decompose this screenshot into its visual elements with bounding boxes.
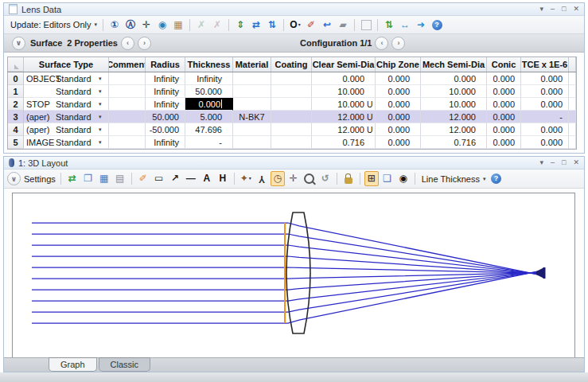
print-icon[interactable]: ▤	[113, 171, 127, 186]
properties-label[interactable]: 2 Properties	[67, 38, 118, 48]
surface-type-cell[interactable]: (aper)Standard▾	[24, 111, 109, 123]
table-row[interactable]: 5IMAGEStandard▾Infinity-0.7160.0000.7160…	[8, 136, 576, 149]
lens-data-titlebar[interactable]: Lens Data ▾–□✕	[4, 3, 584, 16]
thickness-cell[interactable]: 5.000	[185, 111, 233, 123]
comment-cell[interactable]	[109, 123, 146, 136]
line-tool-icon[interactable]: —	[184, 171, 198, 186]
thickness-cell[interactable]: Infinity	[185, 72, 233, 85]
tce-cell[interactable]: 0.000	[521, 98, 569, 111]
column-header[interactable]: Conic	[487, 57, 521, 72]
bend-icon[interactable]: ↩	[320, 18, 334, 33]
row-number-cell[interactable]: 4	[8, 123, 24, 136]
column-header[interactable]: TCE x 1E-6	[521, 57, 569, 72]
comment-cell[interactable]	[109, 136, 146, 149]
layout-titlebar[interactable]: 1: 3D Layout ▾–□✕	[4, 157, 584, 170]
column-header[interactable]: Radius	[146, 57, 185, 72]
clear-semi-dia-cell[interactable]: 10.000U	[312, 98, 376, 111]
window-menu-icon[interactable]: ▾	[539, 158, 543, 166]
settings-expander-button[interactable]: ∨	[7, 172, 21, 185]
image-icon[interactable]: ▦	[171, 18, 185, 33]
row-number-cell[interactable]: 2	[8, 98, 24, 111]
tce-cell[interactable]: 0.000	[521, 85, 569, 98]
double-arrow-icon[interactable]: ↔	[398, 18, 412, 33]
circled-1-icon[interactable]: ①	[107, 18, 122, 33]
layout-plot-area[interactable]	[12, 193, 575, 358]
circled-a-icon[interactable]: Ⓐ	[123, 18, 138, 33]
table-row[interactable]: 4(aper)Standard▾-50.00047.69612.000U0.00…	[8, 123, 576, 136]
clear-semi-dia-cell[interactable]: 12.000U	[312, 111, 376, 123]
tce-cell[interactable]: 0.000	[521, 72, 569, 85]
coating-cell[interactable]	[271, 72, 312, 85]
help-icon[interactable]: ?	[489, 171, 503, 186]
tce-cell[interactable]: -	[521, 111, 569, 123]
window-minimize-icon[interactable]: –	[551, 5, 555, 13]
row-number-cell[interactable]: 5	[8, 136, 24, 149]
column-header[interactable]	[569, 57, 576, 72]
radius-cell[interactable]: Infinity	[146, 85, 185, 98]
chip-zone-cell[interactable]: 0.000	[376, 111, 421, 123]
row-number-cell[interactable]: 1	[8, 85, 24, 98]
prev-surface-button[interactable]: ‹	[121, 37, 134, 50]
orientation-icon[interactable]: ✦▾	[239, 171, 253, 186]
conic-cell[interactable]: 0.000	[487, 85, 521, 98]
column-header[interactable]: Surface Type	[24, 57, 109, 72]
chip-zone-cell[interactable]: 0.000	[376, 85, 421, 98]
column-header[interactable]: Mech Semi-Dia	[421, 57, 487, 72]
chip-zone-cell[interactable]: 0.000	[376, 72, 421, 85]
window-menu-icon[interactable]: ▾	[539, 5, 543, 13]
column-header[interactable]: Chip Zone	[376, 57, 421, 72]
reset-view-icon[interactable]: ↺	[318, 171, 333, 186]
coating-cell[interactable]	[271, 85, 312, 98]
material-cell[interactable]	[233, 136, 271, 149]
window-minimize-icon[interactable]: –	[551, 158, 555, 166]
coating-cell[interactable]	[271, 111, 312, 123]
settings-label[interactable]: Settings	[24, 174, 56, 184]
radius-cell[interactable]: 50.000	[146, 111, 185, 123]
zoom-tool-icon[interactable]	[302, 171, 317, 186]
surface-type-cell[interactable]: OBJECTStandard▾	[24, 72, 109, 85]
material-cell[interactable]	[233, 85, 271, 98]
clear-semi-dia-cell[interactable]: 0.716	[312, 136, 376, 149]
axis-tool-red-icon[interactable]: ✗	[210, 18, 224, 33]
tce-cell[interactable]: 0.000	[521, 136, 569, 149]
clear-semi-dia-cell[interactable]: 0.000	[312, 72, 376, 85]
chip-zone-cell[interactable]: 0.000	[376, 98, 421, 111]
rectangle-tool-icon[interactable]: ▭	[152, 171, 166, 186]
toggle-icon[interactable]: ▰	[336, 18, 350, 33]
table-row[interactable]: 0OBJECTStandard▾InfinityInfinity0.0000.0…	[8, 72, 576, 85]
radius-cell[interactable]: Infinity	[146, 72, 185, 85]
expander-chevron-button[interactable]: ∨	[12, 37, 25, 50]
column-header[interactable]: Clear Semi-Dia	[312, 57, 376, 72]
radius-cell[interactable]: -50.000	[146, 123, 185, 136]
material-cell[interactable]	[233, 123, 271, 136]
checkbox-icon[interactable]	[359, 18, 373, 33]
column-header[interactable]: Coating	[271, 57, 312, 72]
window-maximize-icon[interactable]: □	[562, 5, 566, 13]
move-crosshair-icon[interactable]: ✛	[139, 18, 154, 33]
thickness-cell[interactable]: -	[185, 136, 233, 149]
aperture-icon[interactable]: O▾	[288, 18, 302, 33]
surface-type-cell[interactable]: IMAGEStandard▾	[24, 136, 109, 149]
line-thickness-dropdown[interactable]: Line Thickness	[422, 174, 480, 184]
radius-cell[interactable]: Infinity	[146, 98, 185, 111]
row-number-cell[interactable]: 0	[8, 72, 24, 85]
row-number-cell[interactable]: 3	[8, 111, 24, 123]
go-forward-icon[interactable]: ➜	[414, 18, 428, 33]
tab-graph[interactable]: Graph	[49, 357, 97, 372]
comment-cell[interactable]	[109, 111, 146, 123]
mech-semi-dia-cell[interactable]: 0.000	[421, 72, 487, 85]
mech-semi-dia-cell[interactable]: 10.000	[421, 98, 487, 111]
mech-semi-dia-cell[interactable]: 12.000	[421, 111, 487, 123]
refresh-icon[interactable]: ⇄	[65, 171, 80, 186]
material-cell[interactable]: N-BK7	[233, 111, 271, 123]
dimension-tool-icon[interactable]: H	[216, 171, 230, 186]
conic-cell[interactable]: 0.000	[487, 136, 521, 149]
split-window-icon[interactable]: ⊞	[364, 171, 379, 186]
surface-type-cell[interactable]: STOPStandard▾	[24, 98, 109, 111]
conic-cell[interactable]: 0.000	[487, 98, 521, 111]
conic-cell[interactable]: 0.000	[487, 72, 521, 85]
flip-vertical-icon[interactable]: ⇕	[233, 18, 247, 33]
tab-classic[interactable]: Classic	[99, 357, 150, 372]
table-row[interactable]: 2STOPStandard▾Infinity0.00010.000U0.0001…	[8, 98, 576, 111]
column-header[interactable]: Thickness	[185, 57, 233, 72]
